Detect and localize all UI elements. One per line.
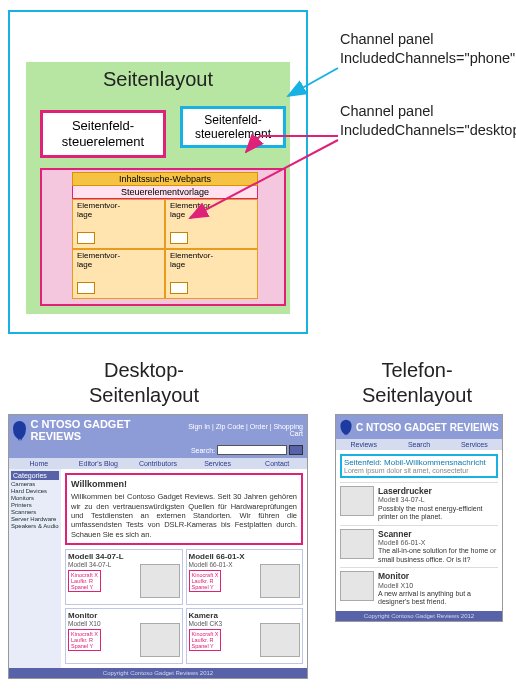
nav-contrib[interactable]: Contributors [128,458,188,469]
nav-bar: Reviews Search Services [336,439,502,450]
webparts-header: Inhaltssuche-Webparts [72,172,258,186]
product-card[interactable]: Monitor Modell X10 Kinocraft X Laufkr. R… [65,608,183,664]
footer: Copyright Contoso Gadget Reviews 2012 [9,668,307,678]
diagram-top: Seitenlayout Seitenfeld- steuerelement S… [8,10,308,334]
product-image [340,571,374,601]
nav-blog[interactable]: Editor's Blog [69,458,129,469]
product-meta: Kinocraft X Laufkr. R Spanel Y [189,629,222,651]
content-search-webparts: Inhaltssuche-Webparts Steuerelementvorla… [72,172,258,299]
top-links: Sign In | Zip Code | Order | Shopping Ca… [178,423,303,437]
product-image [140,623,180,657]
logo-icon [13,421,26,439]
item-template: Elementvor- lage [165,199,258,249]
cat-item[interactable]: Server Hardware [11,516,59,522]
site-title: C NTOSO GADGET REVIEIWS [356,422,499,433]
product-meta: Kinocraft X Laufkr. R Spanel Y [189,570,222,592]
section-title-phone: Telefon- Seitenlayout [332,358,502,408]
cat-item[interactable]: Monitors [11,495,59,501]
cat-item[interactable]: Cameras [11,481,59,487]
product-row[interactable]: ScannerModell 66-01-XThe all-in-one solu… [340,525,498,565]
logo-icon [340,420,351,434]
item-template: Elementvor- lage [72,199,165,249]
product-image [260,564,300,598]
nav-bar: Home Editor's Blog Contributors Services… [9,458,307,469]
nav-reviews[interactable]: Reviews [336,439,391,450]
search-label: Search: [191,447,215,454]
channel-panel-desktop-box: Inhaltssuche-Webparts Steuerelementvorla… [40,168,286,306]
page-field-control-phone: Seitenfeld- steuerelement [180,106,286,148]
page-layout-title: Seitenlayout [26,62,290,91]
nav-search[interactable]: Search [391,439,446,450]
cat-item[interactable]: Scanners [11,509,59,515]
product-row[interactable]: LaserdruckerModell 34-07-LPossibly the m… [340,482,498,522]
product-list: LaserdruckerModell 34-07-LPossibly the m… [336,482,502,611]
mobile-welcome-field: Seitenfeld: Mobil-Willkommensnachricht L… [340,454,498,478]
product-image [340,486,374,516]
field-body: Lorem ipsum dolor sit amet, consectetur [344,467,494,474]
item-template: Elementvor- lage [165,249,258,299]
product-row[interactable]: MonitorModell X10A new arrival is anythi… [340,567,498,607]
search-input[interactable] [217,445,287,455]
cat-item[interactable]: Hard Devices [11,488,59,494]
callout-desktop: Channel panel IncludedChannels="desktop" [340,102,516,140]
product-meta: Kinocraft X Laufkr. R Spanel Y [68,629,101,651]
cat-item[interactable]: Speakers & Audio [11,523,59,529]
item-template: Elementvor- lage [72,249,165,299]
product-card[interactable]: Kamera Modell CK3 Kinocraft X Laufkr. R … [186,608,304,664]
desktop-layout-screenshot: C NTOSO GADGET REVIEWS Sign In | Zip Cod… [8,414,308,679]
welcome-body: Willkommen bei Contoso Gadget Reviews. S… [71,492,297,539]
product-image [260,623,300,657]
control-template-label: Steuerelementvorlage [72,186,258,199]
search-button[interactable] [289,445,303,455]
product-meta: Kinocraft X Laufkr. R Spanel Y [68,570,101,592]
nav-contact[interactable]: Contact [247,458,307,469]
phone-layout-screenshot: C NTOSO GADGET REVIEIWS Reviews Search S… [335,414,503,622]
product-image [340,529,374,559]
field-title: Seitenfeld: Mobil-Willkommensnachricht [344,458,494,467]
welcome-title: Willkommen! [71,479,297,490]
nav-services[interactable]: Services [188,458,248,469]
footer: Copyright Contoso Gadget Reviews 2012 [336,611,502,621]
product-card[interactable]: Modell 34-07-L Modell 34-07-L Kinocraft … [65,549,183,605]
page-field-control-desktop: Seitenfeld- steuerelement [40,110,166,158]
nav-services[interactable]: Services [447,439,502,450]
categories-header: Categories [11,471,59,480]
site-title: C NTOSO GADGET REVIEWS [30,418,178,442]
product-image [140,564,180,598]
categories-sidebar: Categories Cameras Hard Devices Monitors… [9,469,61,668]
nav-home[interactable]: Home [9,458,69,469]
cat-item[interactable]: Printers [11,502,59,508]
product-card[interactable]: Modell 66-01-X Modell 66-01-X Kinocraft … [186,549,304,605]
callout-phone: Channel panel IncludedChannels="phone" [340,30,515,68]
product-grid: Modell 34-07-L Modell 34-07-L Kinocraft … [61,549,307,668]
welcome-field: Willkommen! Willkommen bei Contoso Gadge… [65,473,303,545]
section-title-desktop: Desktop- Seitenlayout [44,358,244,408]
